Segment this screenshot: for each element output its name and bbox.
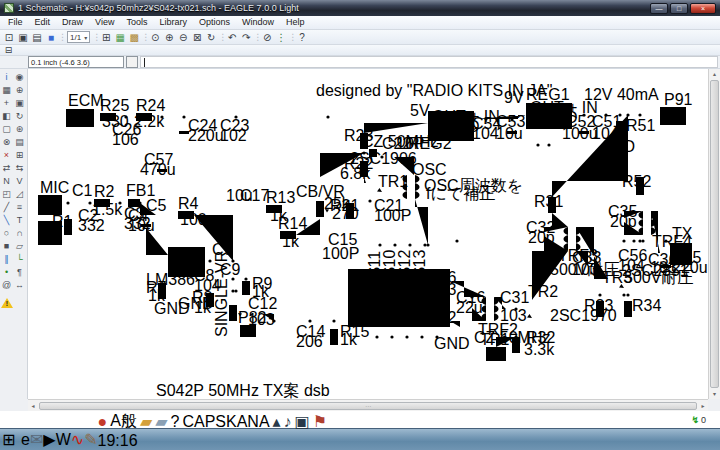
schematic-label: fにて補正 bbox=[426, 185, 495, 202]
menu-window[interactable]: Window bbox=[236, 16, 280, 29]
tool-bus[interactable]: ∥ bbox=[0, 253, 13, 266]
grid-dialog-button[interactable]: ⊟ bbox=[2, 45, 15, 55]
redo-button[interactable]: ↷ bbox=[239, 31, 253, 44]
tool-delete[interactable]: × bbox=[0, 149, 13, 162]
tool-pinswap[interactable]: ⇄ bbox=[0, 162, 13, 175]
tray-action-center[interactable]: ⚑ bbox=[313, 412, 327, 431]
vertical-scroll-thumb[interactable] bbox=[710, 80, 719, 388]
run-script-button[interactable]: ⋮ bbox=[274, 31, 288, 44]
menu-options[interactable]: Options bbox=[193, 16, 236, 29]
mail-app[interactable]: ✉ bbox=[30, 430, 43, 449]
menu-tools[interactable]: Tools bbox=[120, 16, 153, 29]
paint-app[interactable]: ✎ bbox=[84, 430, 97, 449]
schematic-canvas[interactable]: designed by "RADIO KITS IN JA"S042P 50MH… bbox=[28, 69, 708, 399]
tool-name[interactable]: N bbox=[0, 175, 13, 188]
menu-library[interactable]: Library bbox=[153, 16, 193, 29]
save-file-button[interactable]: ▣ bbox=[16, 31, 30, 44]
tool-smash[interactable]: ◰ bbox=[0, 188, 13, 201]
horizontal-scroll-thumb[interactable]: ⋯ bbox=[39, 402, 697, 410]
tool-invoke[interactable]: ≡ bbox=[13, 201, 26, 214]
tool-attribute[interactable]: @ bbox=[0, 279, 13, 292]
tool-mirror[interactable]: ◧ bbox=[0, 110, 13, 123]
tool-net[interactable]: └ bbox=[13, 253, 26, 266]
tray-volume[interactable]: ♪ bbox=[284, 413, 292, 431]
tool-circle[interactable]: ○ bbox=[0, 227, 13, 240]
tool-dimension[interactable]: ↔ bbox=[13, 279, 26, 292]
schematic-label: 102 bbox=[220, 127, 247, 144]
schematic-label: 470u bbox=[140, 161, 176, 178]
tool-move[interactable]: + bbox=[0, 97, 13, 110]
maximize-button[interactable]: □ bbox=[670, 3, 688, 14]
tool-value[interactable]: V bbox=[13, 175, 26, 188]
tool-show[interactable]: ◉ bbox=[13, 71, 26, 84]
internet-explorer[interactable]: e bbox=[21, 431, 30, 449]
taskbar-clock[interactable]: 19:16 2025/02/04 bbox=[98, 432, 328, 450]
grid-button[interactable]: ⊞ bbox=[99, 31, 113, 44]
layer-display-button[interactable]: ▦ bbox=[113, 31, 127, 44]
tool-miter[interactable]: ◿ bbox=[13, 188, 26, 201]
tool-text[interactable]: T bbox=[13, 214, 26, 227]
zoom-redraw-button[interactable]: ↻ bbox=[204, 31, 218, 44]
word[interactable]: W bbox=[56, 431, 71, 449]
tool-mark[interactable]: ⊕ bbox=[13, 84, 26, 97]
menu-view[interactable]: View bbox=[89, 16, 120, 29]
tool-replace[interactable]: ⇆ bbox=[13, 162, 26, 175]
zoom-in-button[interactable]: ⊕ bbox=[162, 31, 176, 44]
tray-network[interactable]: ▣ bbox=[295, 412, 310, 431]
ime-caps-kana[interactable]: CAPSKANA bbox=[182, 413, 269, 431]
zoom-out-button[interactable]: ⊖ bbox=[176, 31, 190, 44]
eagle-app[interactable]: ∿ bbox=[71, 430, 84, 449]
help-button[interactable]: ? bbox=[295, 31, 309, 44]
scale-dropdown[interactable]: 1/1▾ bbox=[67, 31, 90, 43]
image-export-button[interactable]: ▩ bbox=[127, 31, 141, 44]
cam-processor-button[interactable]: ■ bbox=[44, 31, 58, 44]
tool-arc[interactable]: ∩ bbox=[13, 227, 26, 240]
menu-help[interactable]: Help bbox=[280, 16, 311, 29]
tool-polygon[interactable]: ▱ bbox=[13, 240, 26, 253]
ime-mode[interactable]: A般 bbox=[110, 411, 137, 432]
tool-wire[interactable]: ╲ bbox=[0, 214, 13, 227]
scroll-right-arrow[interactable]: ▸ bbox=[698, 402, 708, 409]
stop-command-button[interactable]: ⊘ bbox=[260, 31, 274, 44]
tool-rect[interactable]: ■ bbox=[0, 240, 13, 253]
vertical-scrollbar[interactable]: ▴ ▾ bbox=[708, 69, 720, 399]
tool-add[interactable]: ⊞ bbox=[13, 149, 26, 162]
zoom-fit-button[interactable]: ⊙ bbox=[148, 31, 162, 44]
tool-label[interactable]: ¶ bbox=[13, 266, 26, 279]
scroll-down-arrow[interactable]: ▾ bbox=[709, 389, 720, 399]
coord-mode-button[interactable] bbox=[126, 56, 138, 68]
command-input[interactable] bbox=[140, 56, 718, 68]
tool-junction[interactable]: • bbox=[0, 266, 13, 279]
menu-edit[interactable]: Edit bbox=[29, 16, 57, 29]
media-player[interactable]: ▶ bbox=[43, 430, 55, 449]
close-button[interactable]: × bbox=[690, 3, 716, 14]
tool-change[interactable]: ⊛ bbox=[13, 123, 26, 136]
scroll-left-arrow[interactable]: ◂ bbox=[28, 402, 38, 409]
tool-paste[interactable]: ▤ bbox=[13, 136, 26, 149]
undo-button[interactable]: ↶ bbox=[225, 31, 239, 44]
tool-split[interactable]: ╱ bbox=[0, 201, 13, 214]
print-button[interactable]: ▤ bbox=[30, 31, 44, 44]
tool-cut[interactable]: ⊗ bbox=[0, 136, 13, 149]
tool-info[interactable]: i bbox=[0, 71, 13, 84]
tool-display[interactable]: ▦ bbox=[0, 84, 13, 97]
scroll-up-arrow[interactable]: ▴ bbox=[709, 69, 720, 79]
ime-tool-2[interactable]: ▰ bbox=[155, 412, 167, 431]
tray-help[interactable]: ? bbox=[171, 413, 180, 431]
minimize-button[interactable]: — bbox=[650, 3, 668, 14]
horizontal-scrollbar[interactable]: ◂ ⋯ ▸ bbox=[28, 399, 708, 411]
tool-rotate[interactable]: ↻ bbox=[13, 110, 26, 123]
tool-copy[interactable]: ▣ bbox=[13, 97, 26, 110]
start-button[interactable]: ⊞ bbox=[2, 430, 21, 449]
tool-group[interactable]: ▢ bbox=[0, 123, 13, 136]
menu-draw[interactable]: Draw bbox=[56, 16, 89, 29]
schematic-label: 332 bbox=[78, 217, 105, 234]
open-file-button[interactable]: ⊡ bbox=[2, 31, 16, 44]
zoom-select-button[interactable]: ⊠ bbox=[190, 31, 204, 44]
tray-app-red[interactable]: ● bbox=[98, 413, 108, 431]
ime-tool-1[interactable]: ▰ bbox=[140, 412, 152, 431]
tray-expand[interactable]: ▴ bbox=[273, 412, 281, 431]
menu-file[interactable]: File bbox=[2, 16, 29, 29]
mail-app-icon: ✉ bbox=[30, 431, 43, 448]
tool-erc-icon[interactable]: ! bbox=[1, 298, 13, 308]
